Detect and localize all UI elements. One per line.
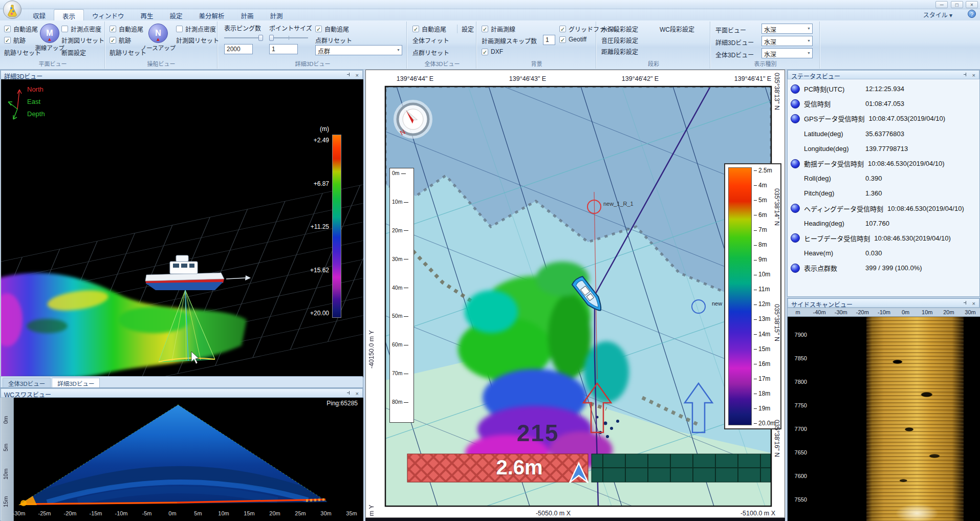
status-label: 表示点群数 — [804, 263, 861, 273]
group-caption: 操船ビュー — [105, 59, 217, 68]
sidescan-viewport[interactable] — [788, 317, 980, 521]
checkbox-icon — [176, 26, 183, 32]
plane-view-select[interactable]: 水深▼ — [761, 24, 813, 34]
tab-diff-analysis[interactable]: 差分解析 — [191, 9, 233, 20]
whole3d-view-select[interactable]: 水深▼ — [761, 48, 813, 58]
wc-shading-button[interactable]: WC段彩設定 — [660, 25, 694, 33]
ruler-tick: -40m — [810, 308, 829, 316]
tab-replay[interactable]: 再生 — [133, 9, 162, 20]
plan-line-skip-input[interactable] — [543, 35, 555, 45]
status-label: GPSデータ受信時刻 — [804, 114, 864, 123]
north-up-button[interactable]: N▲ ノースアップ — [139, 24, 177, 52]
flask-icon — [4, 1, 21, 18]
legend-tick: 12m — [754, 299, 775, 309]
plan-line-skip-label: 計画測線スキップ数 — [482, 36, 537, 45]
close-icon[interactable]: × — [356, 390, 359, 397]
ping-count-input[interactable] — [224, 44, 253, 54]
tab-plan[interactable]: 計画 — [233, 9, 262, 20]
track-checkbox[interactable]: ✓航跡 — [4, 36, 26, 45]
fit-all-button[interactable]: 全体フィット — [412, 36, 449, 45]
wc-x-tick: 35m — [341, 510, 362, 516]
status-label: PC時刻(UTC) — [804, 84, 861, 94]
tab-window[interactable]: ウィンドウ — [84, 9, 133, 20]
settings-button[interactable]: 設定 — [457, 25, 474, 33]
auto-follow-checkbox[interactable]: ✓自動追尾 — [412, 25, 446, 33]
close-icon[interactable]: × — [972, 72, 975, 78]
minimize-button[interactable]: ─ — [935, 1, 948, 8]
pin-icon[interactable] — [963, 300, 968, 307]
ribbon-group-conning-view: ✓自動追尾 ✓航跡 航跡リセット N▲ ノースアップ 計測点密度 計測図リセット… — [105, 21, 217, 69]
pin-icon[interactable] — [963, 72, 968, 78]
auto-follow-checkbox[interactable]: ✓自動追尾 — [110, 25, 143, 33]
depth-ruler-tick: 40m — [392, 284, 408, 292]
pressure-shading-button[interactable]: 音圧段彩設定 — [601, 36, 638, 45]
maximize-button[interactable]: □ — [951, 1, 963, 8]
cloud-reset-button[interactable]: 点群リセット — [412, 48, 449, 57]
wc-y-tick: 0m — [3, 401, 9, 424]
plan-line-checkbox[interactable]: ✓計画測線 — [482, 25, 515, 33]
track-checkbox[interactable]: ✓航跡 — [110, 36, 131, 45]
status-row: Heading(deg) 107.760 — [788, 216, 980, 231]
legend-tick: 14m — [754, 329, 775, 339]
pin-icon[interactable] — [346, 72, 351, 78]
tab-settings[interactable]: 設定 — [162, 9, 191, 20]
help-icon[interactable]: ? — [968, 10, 976, 18]
dxf-checkbox[interactable]: ✓DXF — [482, 48, 503, 55]
pin-icon[interactable] — [346, 390, 351, 397]
plan-view-panel[interactable]: N 0m10m20m30m40m50m60m70m80m 2.5m4m5m6m7… — [365, 70, 785, 518]
section-settings-button[interactable]: 断面設定 — [61, 48, 86, 57]
wc-x-ticks: -30m-25m-20m-15m-10m-5m0m5m10m15m20m25m3… — [9, 510, 362, 516]
wc-x-tick: -10m — [111, 510, 132, 516]
ribbon-group-shading: 水深段彩設定 音圧段彩設定 距離段彩設定 WC段彩設定 段彩 — [597, 21, 710, 69]
tab-detail3d-view[interactable]: 詳細3Dビュー — [52, 378, 100, 387]
tab-display[interactable]: 表示 — [54, 9, 84, 20]
depth-colorbar-3d — [332, 135, 341, 318]
status-value: 35.63776803 — [861, 130, 904, 138]
whole3d-view-label: 全体3Dビュー — [715, 50, 754, 59]
detail3d-panel-header: 詳細3Dビュー × — [1, 70, 363, 79]
depth-shading-button[interactable]: 水深段彩設定 — [601, 25, 638, 33]
group-caption: 背景 — [477, 59, 596, 68]
style-menu[interactable]: スタイル ▾ — [923, 10, 952, 19]
wc-viewport[interactable] — [1, 398, 363, 521]
status-row: 表示点群数 399 / 399 (100.0%) — [788, 260, 980, 275]
tab-record[interactable]: 収録 — [25, 9, 54, 20]
compass-icon: N — [396, 102, 430, 137]
point-size-label: ポイントサイズ — [269, 24, 312, 32]
ruler-tick: 10m — [918, 308, 937, 316]
wc-x-tick: 15m — [239, 510, 259, 516]
longitude-label: 139°46'43" E — [492, 75, 563, 82]
point-density-checkbox[interactable]: 計測点密度 — [176, 25, 216, 33]
ping-count-slider[interactable] — [224, 35, 263, 41]
app-menu-button[interactable] — [3, 1, 21, 19]
survey-map-reset-button[interactable]: 計測図リセット — [61, 36, 104, 45]
detail3d-view-select[interactable]: 水深▼ — [761, 36, 813, 46]
legend-tick: 18m — [754, 388, 775, 399]
cloud-type-select[interactable]: 点群▼ — [315, 45, 402, 55]
x-coordinate-label: -5100.0 m X — [717, 510, 799, 517]
wc-x-tick: -25m — [34, 510, 55, 516]
point-size-input[interactable] — [269, 44, 298, 54]
wc-x-tick: -5m — [137, 510, 157, 516]
plane-view-label: 平面ビュー — [715, 26, 746, 34]
close-button[interactable]: × — [966, 1, 978, 8]
point-size-slider[interactable] — [269, 35, 308, 41]
close-icon[interactable]: × — [356, 72, 359, 78]
status-row: 動揺データ受信時刻 10:08:46.530(2019/04/10) — [788, 156, 980, 171]
survey-map-reset-button[interactable]: 計測図リセット — [176, 36, 219, 45]
ribbon-group-detail3d: 表示ピング数 ポイントサイズ ✓自動追尾 点群リセット 点群▼ 詳細3Dビュー — [219, 21, 407, 69]
cloud-reset-button[interactable]: 点群リセット — [315, 36, 352, 45]
close-icon[interactable]: × — [972, 300, 975, 307]
tab-whole3d-view[interactable]: 全体3Dビュー — [3, 378, 51, 387]
legend-tick: 19m — [754, 403, 775, 414]
auto-follow-checkbox[interactable]: ✓自動追尾 — [315, 25, 349, 33]
geotiff-checkbox[interactable]: ✓Geotiff — [559, 36, 586, 43]
legend-tick: 17m — [754, 374, 775, 384]
point-density-checkbox[interactable]: 計測点密度 — [61, 25, 101, 33]
wc-x-tick: 30m — [316, 510, 336, 516]
tab-measure[interactable]: 計測 — [262, 9, 291, 20]
distance-shading-button[interactable]: 距離段彩設定 — [601, 47, 638, 56]
depth-ruler-tick: 50m — [392, 312, 408, 320]
depth-ruler-tick: 80m — [392, 398, 408, 406]
depth-ruler-tick: 10m — [392, 198, 408, 206]
